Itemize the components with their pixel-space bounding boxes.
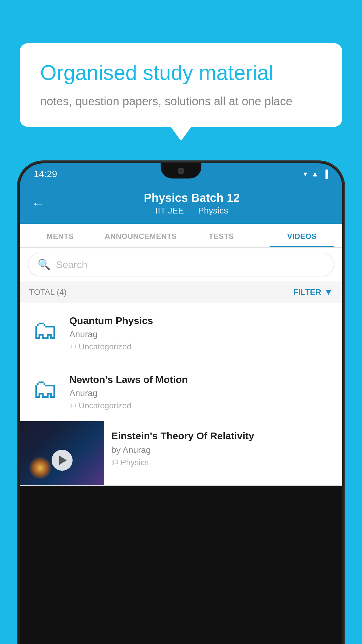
play-icon (59, 456, 67, 465)
header-subtitle-part1: IIT JEE (155, 206, 184, 215)
video-author: Anurag (69, 388, 333, 398)
item-info: Einstein's Theory Of Relativity by Anura… (104, 421, 342, 475)
tag-icon: 🏷 (69, 402, 76, 410)
video-thumbnail (20, 421, 104, 485)
search-container: 🔍 Search (20, 248, 342, 281)
search-icon: 🔍 (38, 258, 51, 271)
search-bar[interactable]: 🔍 Search (28, 253, 334, 276)
tab-ments[interactable]: MENTS (20, 224, 101, 247)
video-tag: 🏷 Physics (111, 458, 335, 467)
tabs-bar: MENTS ANNOUNCEMENTS TESTS VIDEOS (20, 224, 342, 248)
promo-section: Organised study material notes, question… (20, 43, 342, 127)
item-info: Quantum Physics Anurag 🏷 Uncategorized (69, 314, 333, 351)
filter-button[interactable]: FILTER ▼ (293, 287, 333, 297)
item-info: Newton's Laws of Motion Anurag 🏷 Uncateg… (69, 373, 333, 410)
header-subtitle-part2: Physics (198, 206, 228, 215)
search-placeholder: Search (56, 259, 87, 270)
tab-tests[interactable]: TESTS (181, 224, 262, 247)
bubble-title: Organised study material (40, 61, 322, 85)
camera (178, 168, 184, 174)
video-tag: 🏷 Uncategorized (69, 401, 333, 410)
video-author: Anurag (69, 329, 333, 339)
folder-icon: 🗂 (32, 317, 58, 343)
header-subtitle: IIT JEE Physics (152, 206, 231, 216)
header-title: Physics Batch 12 (144, 191, 240, 204)
video-author: by Anurag (111, 445, 335, 455)
tag-label: Physics (121, 458, 149, 467)
tag-icon: 🏷 (69, 343, 76, 351)
speech-bubble: Organised study material notes, question… (20, 43, 342, 127)
filter-label: FILTER (293, 288, 321, 297)
thumbnail-glow (29, 456, 52, 480)
back-button[interactable]: ← (31, 196, 44, 211)
status-bar: 14:29 ▾ ▲ ▐ (20, 163, 342, 184)
status-time: 14:29 (34, 169, 57, 179)
wifi-icon: ▾ (303, 169, 307, 178)
notch (161, 163, 201, 178)
app-header: ← Physics Batch 12 IIT JEE Physics (20, 184, 342, 224)
play-button[interactable] (52, 450, 73, 471)
filter-bar: TOTAL (4) FILTER ▼ (20, 281, 342, 303)
video-title: Newton's Laws of Motion (69, 374, 333, 385)
filter-icon: ▼ (324, 287, 333, 297)
status-icons: ▾ ▲ ▐ (303, 169, 328, 178)
folder-icon-wrap: 🗂 (29, 373, 61, 405)
folder-icon-wrap: 🗂 (29, 314, 61, 346)
folder-icon: 🗂 (32, 376, 58, 402)
phone-frame: 14:29 ▾ ▲ ▐ ← Physics Batch 12 IIT JEE P… (20, 163, 342, 644)
video-title: Einstein's Theory Of Relativity (111, 429, 335, 442)
header-info: Physics Batch 12 IIT JEE Physics (53, 191, 331, 216)
tag-label: Uncategorized (79, 401, 131, 410)
signal-icon: ▲ (311, 169, 319, 178)
content-area: 🗂 Quantum Physics Anurag 🏷 Uncategorized… (20, 303, 342, 486)
video-title: Quantum Physics (69, 315, 333, 326)
bubble-subtitle: notes, question papers, solutions all at… (40, 93, 322, 109)
tag-label: Uncategorized (79, 342, 131, 351)
video-tag: 🏷 Uncategorized (69, 342, 333, 351)
tag-icon: 🏷 (111, 459, 118, 467)
tab-announcements[interactable]: ANNOUNCEMENTS (101, 224, 181, 247)
battery-icon: ▐ (323, 169, 328, 178)
list-item[interactable]: 🗂 Newton's Laws of Motion Anurag 🏷 Uncat… (20, 362, 342, 421)
tab-videos[interactable]: VIDEOS (262, 224, 342, 247)
list-item[interactable]: 🗂 Quantum Physics Anurag 🏷 Uncategorized (20, 303, 342, 362)
total-count: TOTAL (4) (29, 288, 67, 297)
list-item[interactable]: Einstein's Theory Of Relativity by Anura… (20, 421, 342, 486)
